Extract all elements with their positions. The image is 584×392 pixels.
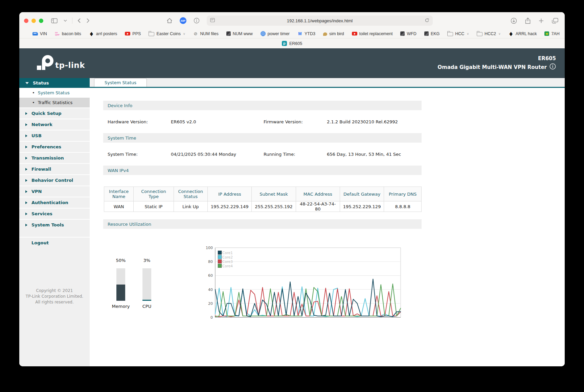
svg-text:0: 0 [210, 315, 213, 320]
back-button[interactable] [76, 18, 82, 23]
favorite-num-files[interactable]: ⊘NUM files [193, 31, 219, 36]
table-cell: 48-22-54-A3-74-80 [296, 201, 340, 212]
table-header-cell: Default Gateway [340, 187, 384, 201]
sidebar-subitem-system-status[interactable]: •System Status [19, 88, 90, 98]
sidebar-item-services[interactable]: Services [19, 208, 90, 219]
sidebar-item-label: Status [33, 80, 49, 85]
system-time-fields: System Time: 04/21/2025 05:30:44 Monday … [103, 143, 422, 166]
favorite-7ah[interactable]: M7AH [544, 31, 559, 36]
triangle-right-icon [25, 190, 27, 193]
table-header-cell: MAC Address [296, 187, 340, 201]
green-m-icon: M [544, 31, 549, 36]
sidebar-subitem-label: Traffic Statistics [38, 100, 73, 105]
tab-system-status[interactable]: System Status [94, 78, 147, 87]
favorite-arrl-hack[interactable]: ◆ARRL hack [509, 31, 537, 36]
favorite-easter-coins[interactable]: Easter Coins∨ [149, 31, 185, 36]
favorite-label: toilet replacement [359, 31, 393, 36]
favorite-hcc[interactable]: HCC∨ [447, 31, 469, 36]
sidebar-subitem-traffic-statistics[interactable]: •Traffic Statistics [19, 98, 90, 107]
tab-favicon: p [282, 41, 287, 46]
favorite-hcc2[interactable]: HCC2∨ [477, 31, 501, 36]
bar-fill [116, 285, 125, 301]
sidebar-item-network[interactable]: Network [19, 119, 90, 130]
sidebar-item-label: Services [31, 211, 52, 216]
youtube-icon [352, 32, 357, 35]
close-window-button[interactable] [24, 19, 28, 23]
new-tab-button[interactable] [537, 18, 545, 23]
field-label: Firmware Version: [264, 119, 303, 124]
favorite-bacon-bits[interactable]: FP QRPbacon bits [55, 31, 81, 36]
info-button[interactable] [192, 18, 201, 24]
copyright-text: Copyright © 2021 TP-Link Corporation Lim… [19, 288, 90, 305]
favorite-ekg[interactable]: EKG [424, 31, 440, 36]
folder-icon [477, 32, 482, 36]
sidebar-item-transmission[interactable]: Transmission [19, 152, 90, 163]
sidebar-item-preferences[interactable]: Preferences [19, 141, 90, 152]
downloads-button[interactable] [509, 18, 519, 24]
svg-text:20: 20 [208, 301, 213, 306]
memory-bar: 50%Memory [111, 258, 131, 323]
sidebar-item-usb[interactable]: USB [19, 130, 90, 141]
favorite-sim-bird[interactable]: sim bird [323, 31, 344, 36]
favorite-toilet-replacement[interactable]: toilet replacement [352, 31, 393, 36]
sidebar-item-vpn[interactable]: VPN [19, 186, 90, 197]
field-value: ER605 v2.0 [171, 119, 196, 124]
bar-value-label: 3% [143, 258, 151, 263]
svg-text:tp-link: tp-link [55, 61, 85, 70]
favorite-label: bacon bits [62, 31, 81, 36]
field-label: Hardware Version: [108, 119, 148, 124]
adblock-extension-icon[interactable]: ABP [180, 17, 186, 24]
favorite-label: HCC [455, 31, 464, 36]
sidebar-toggle-icon[interactable] [49, 18, 59, 23]
triangle-right-icon [25, 157, 27, 160]
chevron-down-icon[interactable] [62, 20, 69, 22]
favorite-arrl-posters[interactable]: ◆arrl posters [89, 31, 117, 36]
page-tab-strip: System Status [90, 78, 565, 88]
dark-thumb-icon [226, 31, 231, 36]
address-bar[interactable]: 192.168.1.1/webpages/index.html [207, 16, 433, 26]
youtube-icon [125, 32, 130, 35]
favorites-bar: VINFP QRPbacon bits◆arrl postersPPSEaste… [19, 29, 565, 39]
minimize-window-button[interactable] [31, 19, 36, 23]
sidebar-item-behavior-control[interactable]: Behavior Control [19, 174, 90, 186]
favorite-power-timer[interactable]: power timer [261, 31, 290, 36]
favorite-ytd3[interactable]: MYTD3 [297, 31, 315, 36]
sidebar-item-quick-setup[interactable]: Quick Setup [19, 107, 90, 119]
wan-table: Interface NameConnection TypeConnection … [104, 187, 422, 212]
triangle-right-icon [25, 213, 27, 215]
favorite-label: 7AH [551, 31, 559, 36]
favorite-label: HCC2 [485, 31, 496, 36]
url-text: 192.168.1.1/webpages/index.html [215, 18, 425, 23]
traffic-lights [24, 19, 43, 23]
sidebar-item-system-tools[interactable]: System Tools [19, 219, 90, 230]
favorite-vin[interactable]: VIN [32, 31, 47, 36]
svg-text:Core4: Core4 [222, 264, 233, 268]
sidebar-item-status[interactable]: Status [19, 78, 90, 88]
device-info-icon[interactable] [549, 63, 556, 71]
logout-button[interactable]: Logout [19, 237, 90, 248]
zoom-window-button[interactable] [39, 19, 43, 23]
favorite-num-www[interactable]: NUM www [226, 31, 253, 36]
sidebar-item-authentication[interactable]: Authentication [19, 197, 90, 208]
toolbar-divider [72, 18, 72, 24]
compass-icon: ⊘ [193, 31, 198, 36]
tab-overview-button[interactable] [550, 18, 560, 24]
nav-sidebar: Status •System Status•Traffic Statistics… [19, 78, 90, 366]
triangle-right-icon [25, 201, 27, 204]
main-panel: System Status Device Info Hardware Versi… [90, 78, 565, 366]
favorite-pps[interactable]: PPS [125, 31, 141, 36]
home-button[interactable] [165, 18, 174, 23]
browser-tab-title[interactable]: ER605 [289, 41, 302, 46]
favorite-wfd[interactable]: WFD [400, 31, 416, 36]
reader-icon[interactable] [210, 18, 215, 23]
reload-button[interactable] [425, 18, 429, 24]
sidebar-item-label: VPN [31, 189, 42, 194]
bullet-icon: • [32, 90, 35, 95]
bird-icon [323, 32, 327, 36]
sidebar-item-firewall[interactable]: Firewall [19, 163, 90, 174]
bar-value-label: 50% [116, 258, 126, 263]
favorite-label: YTD3 [305, 31, 315, 36]
section-resource-utilization: Resource Utilization [103, 219, 422, 229]
forward-button[interactable] [85, 18, 91, 23]
share-button[interactable] [523, 18, 532, 24]
